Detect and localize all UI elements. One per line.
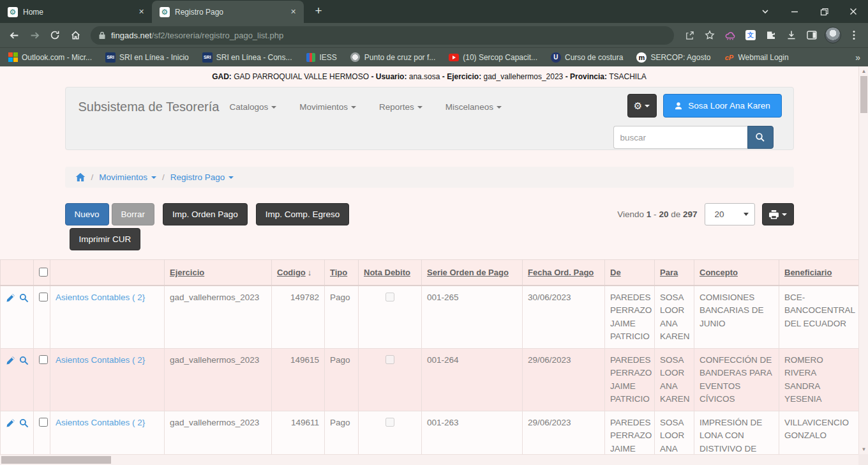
translate-extension-icon[interactable]: 文 <box>740 25 761 45</box>
menu-movimientos[interactable]: Movimientos <box>299 102 356 112</box>
bookmark-punto-de-cruz[interactable]: Punto de cruz por f... <box>350 52 435 63</box>
header-concepto[interactable]: Concepto <box>694 260 779 286</box>
edit-pencil-icon[interactable] <box>6 356 15 365</box>
home-icon[interactable] <box>75 172 86 182</box>
settings-gear-button[interactable]: ⚙ <box>627 94 657 118</box>
app-navbar: Subsistema de Tesorería Catalogos Movimi… <box>65 87 794 150</box>
breadcrumb-movimientos[interactable]: Movimientos <box>99 172 156 182</box>
search-bar <box>613 126 774 149</box>
print-button[interactable] <box>762 203 794 225</box>
bookmark-sri-inicio[interactable]: SRI SRI en Línea - Inicio <box>105 52 189 63</box>
vertical-scrollbar-thumb[interactable] <box>860 76 867 113</box>
browser-menu-icon[interactable] <box>844 25 864 45</box>
weather-extension-icon[interactable] <box>720 25 740 45</box>
window-controls <box>751 0 868 23</box>
table-row: Asientos Contables ( 2} gad_vallehermos_… <box>1 286 859 349</box>
asientos-contables-link[interactable]: Asientos Contables ( 2} <box>56 293 145 302</box>
search-input[interactable] <box>613 126 747 149</box>
bookmark-webmail[interactable]: cP Webmail Login <box>724 52 788 63</box>
url-path: /sf2/tesoreria/registro_pago_list.php <box>152 31 284 40</box>
share-icon[interactable] <box>679 25 700 45</box>
search-button[interactable] <box>747 126 774 149</box>
page-size-select[interactable]: 20 <box>705 203 755 225</box>
profile-avatar[interactable] <box>825 27 841 43</box>
close-window-button[interactable] <box>839 1 868 22</box>
asientos-contables-link[interactable]: Asientos Contables ( 2} <box>56 355 145 365</box>
youtube-icon <box>449 52 459 63</box>
extensions-puzzle-icon[interactable] <box>761 25 781 45</box>
header-serie-orden[interactable]: Serie Orden de Pago <box>422 260 523 286</box>
tab-close-icon[interactable]: ✕ <box>136 6 147 17</box>
menu-catalogos[interactable]: Catalogos <box>230 102 277 112</box>
scroll-up-arrow[interactable]: ▲ <box>859 68 868 74</box>
bookmark-sercop-video[interactable]: (10) Sercop Capacit... <box>449 52 537 63</box>
bookmark-sercop-agosto[interactable]: m SERCOP: Agosto <box>636 52 710 63</box>
vertical-scrollbar[interactable]: ▲ ▼ <box>858 66 868 465</box>
breadcrumb-registro-pago[interactable]: Registro Pago <box>170 172 234 182</box>
browser-toolbar: fingads.net/sf2/tesoreria/registro_pago_… <box>0 23 868 47</box>
header-fecha-ord[interactable]: Fecha Ord. Pago <box>523 260 605 286</box>
header-para[interactable]: Para <box>655 260 694 286</box>
bookmark-star-icon[interactable] <box>700 25 720 45</box>
user-button[interactable]: Sosa Loor Ana Karen <box>663 94 782 118</box>
bookmarks-overflow-chevron[interactable]: » <box>855 52 860 63</box>
horizontal-scrollbar[interactable] <box>0 454 858 465</box>
gear-icon: ⚙ <box>634 100 642 112</box>
header-tipo[interactable]: Tipo <box>325 260 359 286</box>
reload-icon[interactable] <box>45 25 65 45</box>
imp-orden-pago-button[interactable]: Imp. Orden Pago <box>163 203 248 225</box>
app-title: Subsistema de Tesorería <box>79 100 220 114</box>
view-magnifier-icon[interactable] <box>19 293 29 303</box>
scroll-down-arrow[interactable]: ▼ <box>859 446 868 452</box>
view-magnifier-icon[interactable] <box>19 418 29 428</box>
u-circle-icon: U <box>551 52 561 63</box>
address-bar[interactable]: fingads.net/sf2/tesoreria/registro_pago_… <box>91 26 674 45</box>
tab-registro-pago[interactable]: ⚙ Registro Pago ✕ <box>152 1 304 23</box>
minimize-button[interactable] <box>780 1 809 22</box>
chevron-down-icon <box>228 176 234 179</box>
imprimir-cur-button[interactable]: Imprimir CUR <box>70 228 141 250</box>
m-circle-icon: m <box>636 52 647 63</box>
bookmark-iess[interactable]: IESS <box>306 52 337 63</box>
header-ejercicio[interactable]: Ejercicio <box>165 260 272 286</box>
asientos-contables-link[interactable]: Asientos Contables ( 2} <box>56 418 145 427</box>
chevron-down-icon <box>351 106 356 109</box>
side-panel-icon[interactable] <box>802 25 822 45</box>
imp-comp-egreso-button[interactable]: Imp. Comp. Egreso <box>256 203 349 225</box>
header-actions <box>1 260 34 286</box>
table-row: Asientos Contables ( 2} gad_vallehermos_… <box>1 349 859 411</box>
forward-icon[interactable] <box>24 25 45 45</box>
menu-reportes[interactable]: Reportes <box>379 102 423 112</box>
horizontal-scrollbar-thumb[interactable] <box>1 456 111 464</box>
header-de[interactable]: De <box>605 260 655 286</box>
header-nota-debito[interactable]: Nota Debito <box>359 260 422 286</box>
bookmark-outlook[interactable]: Outlook.com - Micr... <box>8 52 92 63</box>
view-magnifier-icon[interactable] <box>19 356 29 365</box>
select-all-checkbox[interactable] <box>39 268 48 277</box>
edit-pencil-icon[interactable] <box>6 293 15 303</box>
bookmarks-bar: Outlook.com - Micr... SRI SRI en Línea -… <box>0 47 868 66</box>
borrar-button[interactable]: Borrar <box>112 203 155 225</box>
lock-icon <box>98 31 106 40</box>
nuevo-button[interactable]: Nuevo <box>65 203 109 225</box>
row-checkbox[interactable] <box>39 418 48 427</box>
menu-miscelaneos[interactable]: Miscelaneos <box>445 102 502 112</box>
header-codigo[interactable]: Codigo↓ <box>272 260 325 286</box>
tab-home[interactable]: ⚙ Home ✕ <box>0 1 152 23</box>
tab-search-icon[interactable] <box>751 1 780 22</box>
restore-button[interactable] <box>809 1 839 22</box>
browser-chrome: ⚙ Home ✕ ⚙ Registro Pago ✕ + <box>0 0 868 66</box>
bookmark-sri-consultas[interactable]: SRI SRI en Línea - Cons... <box>202 52 292 63</box>
row-checkbox[interactable] <box>39 355 48 364</box>
downloads-icon[interactable] <box>781 25 802 45</box>
edit-pencil-icon[interactable] <box>6 418 15 428</box>
home-icon[interactable] <box>65 25 86 45</box>
header-beneficiario[interactable]: Beneficiario <box>779 260 859 286</box>
tab-close-icon[interactable]: ✕ <box>288 6 299 17</box>
site-favicon: ⚙ <box>8 7 18 17</box>
new-tab-button[interactable]: + <box>309 2 328 21</box>
chevron-down-icon <box>151 176 156 179</box>
back-icon[interactable] <box>4 25 24 45</box>
bookmark-curso-costura[interactable]: U Curso de costura <box>551 52 623 63</box>
row-checkbox[interactable] <box>39 293 48 301</box>
